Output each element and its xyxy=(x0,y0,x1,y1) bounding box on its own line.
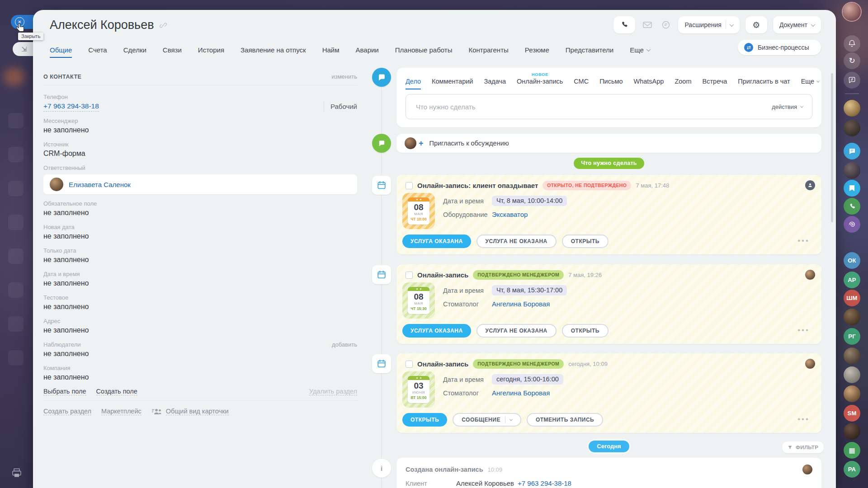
tab-Найм[interactable]: Найм xyxy=(322,42,340,58)
copy-link-icon[interactable] xyxy=(159,21,167,31)
app-icon[interactable] xyxy=(660,20,672,29)
tab-Плановые работы[interactable]: Плановые работы xyxy=(395,42,453,58)
tab-Представители[interactable]: Представители xyxy=(566,42,613,58)
invite-row[interactable]: + Пригласить к обсуждению xyxy=(396,134,821,153)
responsible-user-link[interactable]: Елизавета Саленок xyxy=(69,181,131,188)
chat-avatar-РА[interactable]: РА xyxy=(844,461,860,478)
phone-chat-icon[interactable] xyxy=(844,198,860,215)
timeline-tab-Дело[interactable]: Дело xyxy=(406,70,421,89)
bell-icon[interactable] xyxy=(844,35,860,52)
settings-button[interactable]: ⚙ xyxy=(745,16,767,33)
tab-Сделки[interactable]: Сделки xyxy=(123,42,146,58)
card-button-УСЛУГА НЕ ОКАЗАНА[interactable]: УСЛУГА НЕ ОКАЗАНА xyxy=(476,235,557,248)
tab-Заявление на отпуск[interactable]: Заявление на отпуск xyxy=(241,42,306,58)
chat-avatar[interactable] xyxy=(844,309,860,325)
bookmark-icon[interactable] xyxy=(844,180,860,197)
card-button-УСЛУГА ОКАЗАНА[interactable]: УСЛУГА ОКАЗАНА xyxy=(402,324,471,338)
grid-icon[interactable]: ▦ xyxy=(844,442,860,459)
card-button-ОТКРЫТЬ[interactable]: ОТКРЫТЬ xyxy=(402,413,447,427)
card-view-link[interactable]: Общий вид карточки xyxy=(166,408,229,415)
tab-Общие[interactable]: Общие xyxy=(50,42,72,58)
timeline-tab-Задача[interactable]: Задача xyxy=(484,70,506,89)
extensions-button[interactable]: Расширения xyxy=(678,16,739,33)
card-button-СООБЩЕНИЕ[interactable]: СООБЩЕНИЕ xyxy=(453,413,521,427)
chat-lines-icon[interactable] xyxy=(844,143,860,160)
more-actions-icon[interactable]: ••• xyxy=(797,415,810,424)
chat-avatar-ОК[interactable]: ОК xyxy=(844,252,860,269)
phone-link[interactable]: +7 963 294-38-18 xyxy=(43,101,99,112)
more-actions-icon[interactable]: ••• xyxy=(797,236,810,245)
card-field-link[interactable]: Ангелина Боровая xyxy=(492,389,550,397)
responsible-user-box[interactable]: Елизавета Саленок xyxy=(43,174,357,194)
card-title[interactable]: Онлайн-запись xyxy=(417,360,468,368)
contact-about-section: О КОНТАКТЕ изменить Телефон+7 963 294-38… xyxy=(43,73,357,415)
tab-Аварии[interactable]: Аварии xyxy=(356,42,379,58)
minimize-button[interactable]: ⇲ xyxy=(13,42,35,56)
card-button-ОТКРЫТЬ[interactable]: ОТКРЫТЬ xyxy=(562,324,609,338)
tab-more[interactable]: Еще xyxy=(630,42,650,58)
chat-avatar[interactable] xyxy=(844,100,860,117)
mail-icon[interactable] xyxy=(641,21,654,29)
timeline-tab-Письмо[interactable]: Письмо xyxy=(599,70,623,89)
delete-section-link[interactable]: Удалить раздел xyxy=(309,388,357,395)
chat-avatar-ШМ[interactable]: ШМ xyxy=(844,290,860,306)
chat-avatar-РГ[interactable]: РГ xyxy=(844,328,860,345)
actions-dropdown[interactable]: действия xyxy=(772,103,812,110)
card-button-ОТМЕНИТЬ ЗАПИСЬ[interactable]: ОТМЕНИТЬ ЗАПИСЬ xyxy=(527,413,603,427)
choose-field-link[interactable]: Выбрать поле xyxy=(43,388,86,395)
filter-button[interactable]: ФИЛЬТР xyxy=(782,441,824,453)
today-separator[interactable]: Сегодня xyxy=(589,441,629,452)
chevron-down-icon xyxy=(509,418,513,421)
scrollbar-thumb[interactable] xyxy=(831,73,833,222)
more-actions-icon[interactable]: ••• xyxy=(797,326,810,335)
tab-Связи[interactable]: Связи xyxy=(163,42,182,58)
edit-link[interactable]: изменить xyxy=(331,73,357,80)
chat-avatar[interactable] xyxy=(844,162,860,179)
card-title[interactable]: Онлайн-запись xyxy=(417,271,468,279)
timeline-tab-WhatsApp[interactable]: WhatsApp xyxy=(634,70,664,89)
chat-avatar[interactable] xyxy=(844,385,860,402)
tab-Резюме[interactable]: Резюме xyxy=(525,42,549,58)
create-section-link[interactable]: Создать раздел xyxy=(43,408,91,415)
chat-avatar-АР[interactable]: АР xyxy=(844,272,860,288)
profile-avatar[interactable] xyxy=(843,3,861,21)
timeline-tab-more[interactable]: Еще xyxy=(801,70,820,89)
card-button-УСЛУГА ОКАЗАНА[interactable]: УСЛУГА ОКАЗАНА xyxy=(402,235,471,248)
tab-Контрагенты[interactable]: Контрагенты xyxy=(468,42,508,58)
document-button[interactable]: Документ xyxy=(773,16,821,33)
add-observer-link[interactable]: добавить xyxy=(332,341,357,348)
chat-avatar[interactable] xyxy=(844,120,860,136)
card-button-УСЛУГА НЕ ОКАЗАНА[interactable]: УСЛУГА НЕ ОКАЗАНА xyxy=(476,324,557,338)
chat-avatar[interactable] xyxy=(844,366,860,383)
tab-История[interactable]: История xyxy=(198,42,224,58)
card-field-link[interactable]: Экскаватор xyxy=(492,211,528,218)
timeline-tab-Zoom[interactable]: Zoom xyxy=(675,70,691,89)
dock-icon-ghost xyxy=(8,316,24,332)
call-button[interactable] xyxy=(613,16,635,33)
mouse-cursor xyxy=(15,23,25,35)
chat-arrows-icon[interactable] xyxy=(844,72,860,89)
history-icon[interactable]: ↻ xyxy=(844,52,860,69)
card-checkbox[interactable] xyxy=(406,182,413,189)
create-field-link[interactable]: Создать поле xyxy=(96,388,137,395)
timeline-tab-Пригласить в чат[interactable]: Пригласить в чат xyxy=(738,70,790,89)
marketplace-link[interactable]: Маркетплейс xyxy=(101,408,142,415)
card-checkbox[interactable] xyxy=(406,361,413,368)
timeline-tab-СМС[interactable]: СМС xyxy=(574,70,589,89)
card-field-link[interactable]: Ангелина Боровая xyxy=(492,300,550,308)
client-phone-link[interactable]: +7 963 294-38-18 xyxy=(518,479,571,487)
chat-avatar[interactable] xyxy=(844,423,860,440)
card-title[interactable]: Онлайн-запись: клиент опаздывает xyxy=(417,182,538,189)
printer-icon[interactable] xyxy=(11,468,22,480)
timeline-tab-Онлайн-запись[interactable]: НОВОЕОнлайн-запись xyxy=(517,70,563,89)
business-process-button[interactable]: ⇄ Бизнес-процессы xyxy=(738,40,821,55)
todo-input[interactable] xyxy=(406,103,772,111)
spiral-icon[interactable] xyxy=(844,216,860,233)
card-button-ОТКРЫТЬ[interactable]: ОТКРЫТЬ xyxy=(562,235,609,248)
timeline-tab-Комментарий[interactable]: Комментарий xyxy=(432,70,473,89)
chat-avatar[interactable] xyxy=(844,347,860,364)
timeline-tab-Встреча[interactable]: Встреча xyxy=(703,70,727,89)
chat-avatar-SM[interactable]: SM xyxy=(844,405,860,422)
tab-Счета[interactable]: Счета xyxy=(88,42,107,58)
card-checkbox[interactable] xyxy=(406,272,413,279)
